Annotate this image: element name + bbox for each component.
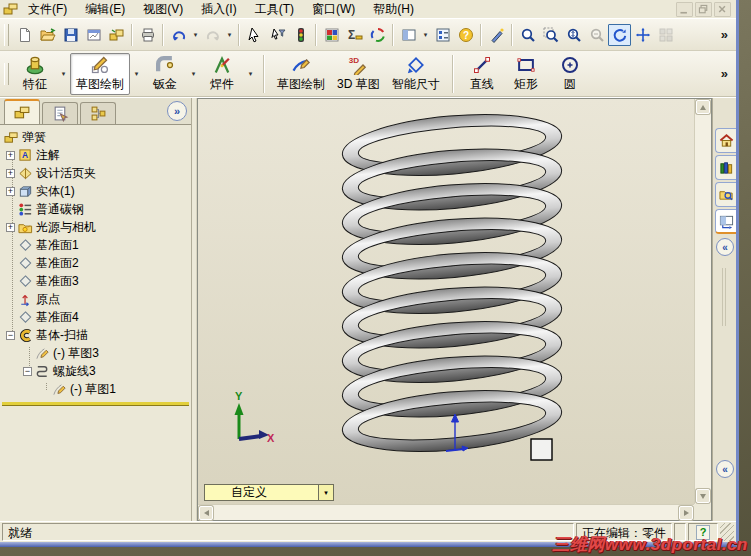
sheet-metal-button[interactable]: 钣金	[143, 53, 187, 95]
menu-item-编辑E[interactable]: 编辑(E)	[76, 0, 134, 19]
save-button[interactable]	[59, 24, 82, 46]
sketch-tab-button[interactable]: 草图绘制	[70, 53, 130, 95]
taskpane-splitter-handle[interactable]	[722, 268, 726, 326]
chevron-down-icon[interactable]: ▾	[57, 54, 70, 94]
open-button[interactable]	[36, 24, 59, 46]
expand-icon[interactable]: +	[6, 223, 15, 232]
restore-button[interactable]	[695, 2, 712, 17]
collapse-icon[interactable]: −	[6, 331, 15, 340]
new-document-button[interactable]	[13, 24, 36, 46]
tree-item-实体1[interactable]: +实体(1)	[0, 182, 191, 200]
select-filter-button[interactable]	[266, 24, 289, 46]
tree-item-基准面2[interactable]: 基准面2	[0, 254, 191, 272]
menu-item-视图V[interactable]: 视图(V)	[134, 0, 192, 19]
tree-item-基准面1[interactable]: 基准面1	[0, 236, 191, 254]
menu-item-插入I[interactable]: 插入(I)	[192, 0, 245, 19]
standard-views-button[interactable]	[654, 24, 677, 46]
view-orientation-button[interactable]	[485, 24, 508, 46]
zoom-inout-button[interactable]	[562, 24, 585, 46]
minimize-button[interactable]	[676, 2, 693, 17]
design-library-icon	[719, 160, 734, 175]
color-palette-button[interactable]	[320, 24, 343, 46]
tree-item-基准面3[interactable]: 基准面3	[0, 272, 191, 290]
chevron-down-icon[interactable]: ▾	[187, 54, 200, 94]
chevron-down-icon[interactable]: ▾	[190, 24, 201, 46]
measure-button[interactable]: Σ	[343, 24, 366, 46]
scale-dropdown[interactable]: 自定义 ▾	[204, 484, 334, 501]
line-tool-button[interactable]: 直线	[460, 53, 504, 95]
print-button[interactable]	[136, 24, 159, 46]
toolbar-overflow-button[interactable]: »	[716, 27, 733, 42]
taskpane-tab-home[interactable]	[715, 128, 736, 153]
selection-filter-toggle-button[interactable]	[289, 24, 312, 46]
tree-item-草图3[interactable]: (-) 草图3	[0, 344, 191, 362]
tree-item-原点[interactable]: 原点	[0, 290, 191, 308]
taskpane-tab-design-library[interactable]	[715, 155, 736, 180]
collapse-icon[interactable]: −	[23, 367, 32, 376]
scroll-right-button[interactable]	[679, 506, 693, 520]
chevron-down-icon[interactable]: ▾	[420, 24, 431, 46]
sketch-3d-button[interactable]: 3D3D 草图	[331, 53, 386, 95]
scroll-left-button[interactable]	[199, 506, 213, 520]
menu-item-帮助H[interactable]: 帮助(H)	[364, 0, 423, 19]
collapse-taskpane-button[interactable]: «	[716, 460, 734, 478]
tab-featuremanager[interactable]	[4, 99, 40, 124]
horizontal-scrollbar[interactable]	[198, 504, 694, 520]
menu-item-工具T[interactable]: 工具(T)	[246, 0, 303, 19]
toolbar-overflow-button[interactable]: »	[716, 66, 733, 81]
zoom-fit-button[interactable]	[516, 24, 539, 46]
options-button[interactable]	[431, 24, 454, 46]
circle-tool-button[interactable]: 圆	[548, 53, 592, 95]
sketch-pencil-button[interactable]: 草图绘制	[271, 53, 331, 95]
redo-button[interactable]	[201, 24, 224, 46]
zoom-selection-button[interactable]	[585, 24, 608, 46]
vertical-scrollbar[interactable]	[694, 99, 711, 504]
make-assembly-button[interactable]	[105, 24, 128, 46]
scroll-down-button[interactable]	[696, 489, 710, 503]
tab-propertymanager[interactable]	[42, 102, 78, 124]
tree-item-光源与相机[interactable]: +光源与相机	[0, 218, 191, 236]
collapse-taskpane-button[interactable]: «	[716, 238, 734, 256]
close-button[interactable]	[714, 2, 731, 17]
features-button[interactable]: 特征	[13, 53, 57, 95]
rectangle-tool-button[interactable]: 矩形	[504, 53, 548, 95]
toolbar-grip[interactable]	[4, 24, 9, 46]
menu-item-窗口W[interactable]: 窗口(W)	[303, 0, 364, 19]
taskpane-tab-file-explorer[interactable]	[715, 182, 736, 207]
expand-icon[interactable]: +	[6, 187, 15, 196]
scroll-up-button[interactable]	[696, 100, 710, 114]
tree-item-设计活页夹[interactable]: +设计活页夹	[0, 164, 191, 182]
undo-button[interactable]	[167, 24, 190, 46]
make-drawing-button[interactable]	[82, 24, 105, 46]
tree-item-普通碳钢[interactable]: 普通碳钢	[0, 200, 191, 218]
part-icon	[4, 130, 19, 145]
zoom-area-button[interactable]	[539, 24, 562, 46]
smart-dimension-button[interactable]: 智能尺寸	[386, 53, 446, 95]
rollback-bar[interactable]	[2, 402, 189, 406]
chevron-down-icon[interactable]: ▾	[224, 24, 235, 46]
rotate-view-button[interactable]	[608, 24, 631, 46]
window-layout-button[interactable]	[397, 24, 420, 46]
chevron-down-icon[interactable]: ▾	[244, 54, 257, 94]
toolbar-grip[interactable]	[4, 63, 9, 85]
chevron-down-icon[interactable]: ▾	[130, 54, 143, 94]
graphics-viewport[interactable]: YX 自定义 ▾	[198, 99, 694, 504]
help-button[interactable]: ?	[454, 24, 477, 46]
tree-item-螺旋线3[interactable]: −螺旋线3	[0, 362, 191, 380]
tree-item-弹簧[interactable]: 弹簧	[0, 128, 191, 146]
tree-item-注解[interactable]: +A注解	[0, 146, 191, 164]
tree-item-草图1[interactable]: (-) 草图1	[0, 380, 191, 398]
expand-icon[interactable]: +	[6, 169, 15, 178]
weldments-button[interactable]: 焊件	[200, 53, 244, 95]
panel-overflow-button[interactable]: »	[167, 101, 187, 121]
menu-item-文件F[interactable]: 文件(F)	[19, 0, 76, 19]
taskpane-tab-view-palette[interactable]	[715, 209, 736, 234]
chevron-down-icon[interactable]: ▾	[318, 485, 333, 500]
tab-configurationmanager[interactable]	[80, 102, 116, 124]
rebuild-button[interactable]	[366, 24, 389, 46]
select-button[interactable]	[243, 24, 266, 46]
pan-button[interactable]	[631, 24, 654, 46]
tree-item-基体扫描[interactable]: −基体-扫描	[0, 326, 191, 344]
expand-icon[interactable]: +	[6, 151, 15, 160]
tree-item-基准面4[interactable]: 基准面4	[0, 308, 191, 326]
